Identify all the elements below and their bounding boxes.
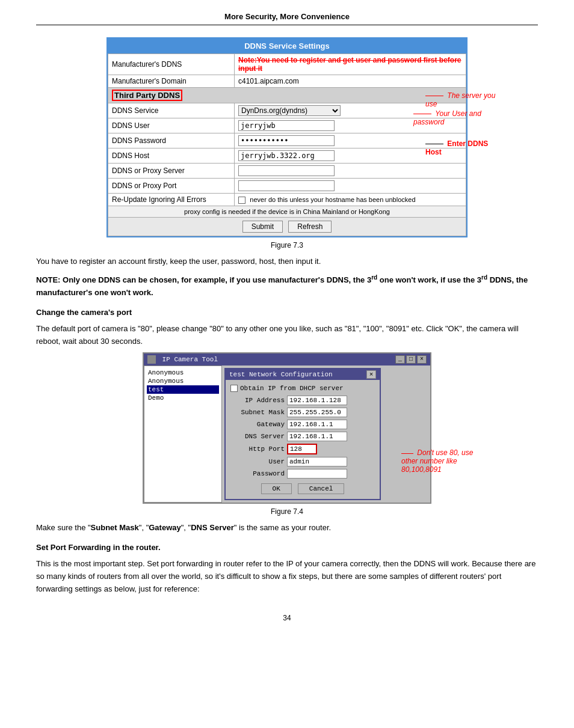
body-paragraph-2: NOTE: Only one DDNS can be chosen, for e… (36, 273, 538, 299)
annotation-line (413, 114, 431, 114)
figure-7-3-caption: Figure 7.3 (36, 241, 538, 249)
annotation-line (401, 453, 413, 454)
third-party-span: Third Party DDNS (112, 90, 182, 101)
dns-input[interactable] (287, 432, 347, 441)
body-text4-mid2: ", " (181, 523, 191, 532)
list-item[interactable]: Demo (147, 394, 219, 402)
dialog-password-label: Password (230, 470, 285, 477)
refresh-button[interactable]: Refresh (288, 221, 332, 233)
ddns-user-label: DDNS User (108, 118, 235, 133)
section-heading-2: Set Port Forwarding in the router. (36, 543, 538, 552)
ddns-user-input[interactable] (238, 120, 335, 131)
ip-input[interactable] (287, 396, 347, 405)
dialog-user-label: User (230, 458, 285, 465)
maximize-button[interactable]: □ (406, 355, 416, 364)
ddns-settings-table: Manufacturer's DDNS Note:You need to reg… (108, 54, 466, 236)
table-row: Third Party DDNS (108, 88, 466, 103)
subnet-label: Subnet Mask (230, 409, 285, 416)
ddns-service-select[interactable]: DynDns.org(dyndns) (238, 105, 341, 116)
list-item[interactable]: Anonymous (147, 369, 219, 377)
ip-camera-tool-window: IP Camera Tool _ □ × Anonymous Anonymous… (143, 352, 431, 504)
table-row: DDNS Host (108, 148, 466, 164)
header-title: More Security, More Convenience (224, 12, 350, 21)
list-item[interactable]: Anonymous (147, 377, 219, 385)
body-text2-main: NOTE: Only one DDNS can be chosen, for e… (36, 275, 371, 284)
reupdate-checkbox[interactable] (238, 197, 245, 204)
page-number: 34 (36, 614, 538, 622)
body-text2-sup1: rd (371, 274, 377, 281)
dhcp-checkbox[interactable] (230, 385, 238, 392)
proxy-port-input[interactable] (238, 180, 335, 191)
ddns-password-input[interactable] (238, 135, 335, 146)
ddns-annotation-server: The server you use (425, 91, 504, 108)
ddns-title: DDNS Service Settings (108, 38, 466, 54)
fig74-annotation: Don't use 80, use other number like 80,1… (401, 448, 480, 474)
proxy-port-label: DDNS or Proxy Port (108, 179, 235, 194)
body-text4-mid1: ", " (139, 523, 149, 532)
ddns-annotation-user-pass: Your User and password (413, 109, 504, 126)
table-row: DDNS User (108, 118, 466, 133)
body-paragraph-4: Make sure the "Subnet Mask", "Gateway", … (36, 522, 538, 534)
subnet-field-row: Subnet Mask (230, 408, 375, 417)
manufacturer-ddns-note: Note:You need to register and get user a… (235, 54, 466, 75)
gateway-input[interactable] (287, 420, 347, 429)
body-text4-pre: Make sure the " (36, 523, 91, 532)
body-text4-bold3: DNS Server (191, 523, 234, 532)
http-label: Http Port (230, 445, 285, 453)
http-port-input[interactable] (287, 444, 317, 454)
proxy-port-cell (235, 179, 466, 194)
ip-tool-right-panel: test Network Configuration × Obtain IP f… (222, 366, 430, 503)
ip-tool-icon (147, 355, 156, 364)
ddns-table-container: DDNS Service Settings Manufacturer's DDN… (106, 37, 468, 237)
dns-label: DNS Server (230, 433, 285, 440)
close-button[interactable]: × (417, 355, 427, 364)
ip-label: IP Address (230, 397, 285, 404)
manufacturer-ddns-label: Manufacturer's DDNS (108, 54, 235, 75)
third-party-label: Third Party DDNS (108, 88, 466, 103)
proxy-note: proxy config is needed if the device is … (108, 206, 466, 218)
figure-7-3-wrapper: DDNS Service Settings Manufacturer's DDN… (70, 37, 504, 237)
ddns-service-label: DDNS Service (108, 103, 235, 118)
ddns-password-label: DDNS Password (108, 133, 235, 148)
dialog-user-input[interactable] (287, 457, 347, 466)
net-config-body: Obtain IP from DHCP server IP Address Su… (226, 380, 380, 499)
body-text4-bold2: Gateway (149, 523, 181, 532)
table-row: DDNS Service DynDns.org(dyndns) (108, 103, 466, 118)
proxy-server-input[interactable] (238, 165, 335, 176)
table-row: DDNS Password (108, 133, 466, 148)
reupdate-cell: never do this unless your hostname has b… (235, 194, 466, 206)
figure-7-4-wrapper: IP Camera Tool _ □ × Anonymous Anonymous… (94, 352, 480, 504)
gateway-field-row: Gateway (230, 420, 375, 429)
figure-7-4-caption: Figure 7.4 (36, 507, 538, 516)
net-config-titlebar: test Network Configuration × (226, 369, 380, 380)
proxy-server-cell (235, 164, 466, 179)
annotation-line (425, 144, 443, 144)
network-config-dialog: test Network Configuration × Obtain IP f… (224, 368, 381, 500)
net-config-buttons: OK Cancel (230, 483, 375, 494)
list-item[interactable]: test (147, 385, 219, 394)
cancel-button[interactable]: Cancel (298, 483, 345, 494)
ok-button[interactable]: OK (261, 483, 292, 494)
net-config-close-button[interactable]: × (366, 370, 376, 379)
body-paragraph-5: This is the most important step. Set por… (36, 558, 538, 595)
subnet-input[interactable] (287, 408, 347, 417)
user-field-row: User (230, 457, 375, 466)
body-text2-sup2: rd (481, 274, 487, 281)
annotation-line (425, 96, 443, 96)
ddns-host-input[interactable] (238, 150, 335, 161)
table-row: DDNS or Proxy Port (108, 179, 466, 194)
page-header: More Security, More Convenience (36, 12, 538, 25)
dialog-password-input[interactable] (287, 469, 347, 479)
submit-button[interactable]: Submit (242, 221, 283, 233)
ip-field-row: IP Address (230, 396, 375, 405)
http-field-row: Http Port (230, 444, 375, 454)
dns-field-row: DNS Server (230, 432, 375, 441)
ddns-annotation-host: Enter DDNS Host (425, 139, 504, 156)
minimize-button[interactable]: _ (395, 355, 405, 364)
submit-cell: Submit Refresh (108, 218, 466, 236)
table-row: Manufacturer's Domain c4101.aipcam.com (108, 75, 466, 88)
camera-list: Anonymous Anonymous test Demo (144, 366, 222, 503)
body-text2-cont: one won't work, if use the 3 (377, 275, 481, 284)
domain-value: c4101.aipcam.com (235, 75, 466, 88)
reupdate-text: never do this unless your hostname has b… (250, 196, 415, 203)
